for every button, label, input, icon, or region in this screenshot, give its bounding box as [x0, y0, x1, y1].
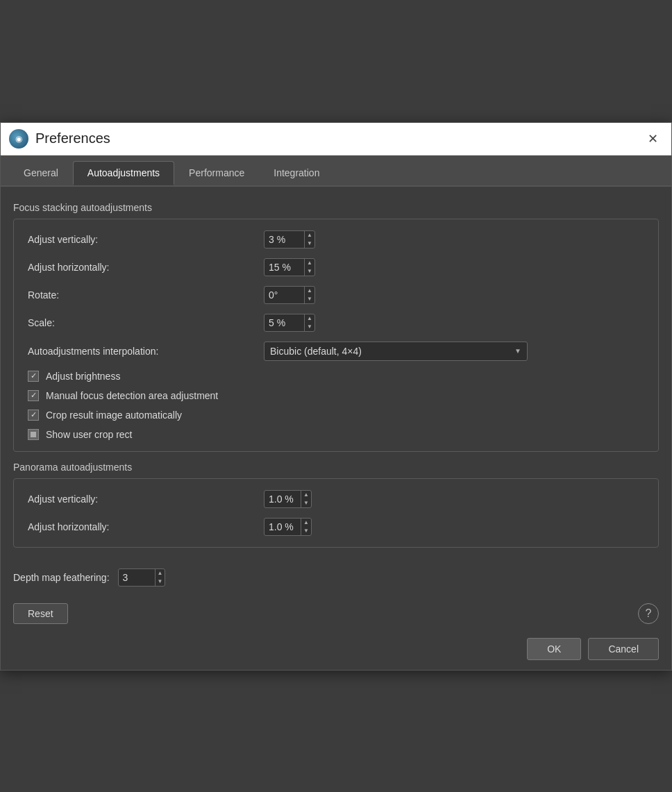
depth-map-arrows: ▲ ▼	[155, 569, 165, 586]
scale-spinbox[interactable]: ▲ ▼	[264, 314, 315, 332]
tab-integration[interactable]: Integration	[259, 161, 334, 185]
depth-map-up[interactable]: ▲	[156, 569, 165, 578]
ok-button[interactable]: OK	[527, 638, 581, 660]
panorama-vertically-arrows: ▲ ▼	[301, 491, 311, 507]
tab-performance[interactable]: Performance	[174, 161, 259, 185]
scale-row: Scale: ▲ ▼	[28, 314, 644, 332]
panorama-vertically-row: Adjust vertically: ▲ ▼	[28, 490, 644, 508]
rotate-up[interactable]: ▲	[305, 287, 314, 295]
adjust-horizontally-spinbox[interactable]: ▲ ▼	[264, 258, 315, 276]
checkbox-show-user-crop-label: Show user crop rect	[46, 429, 133, 440]
cancel-button[interactable]: Cancel	[588, 638, 659, 660]
depth-map-spinbox[interactable]: ▲ ▼	[118, 568, 166, 587]
focus-stacking-group: Adjust vertically: ▲ ▼ Adjust horizontal…	[13, 219, 659, 452]
adjust-vertically-up[interactable]: ▲	[305, 231, 314, 239]
interpolation-label: Autoadjustments interpolation:	[28, 346, 264, 357]
adjust-vertically-label: Adjust vertically:	[28, 234, 264, 245]
checkbox-manual-focus-box[interactable]	[28, 390, 39, 401]
panorama-horizontally-spinbox[interactable]: ▲ ▼	[264, 518, 312, 536]
adjust-horizontally-label: Adjust horizontally:	[28, 262, 264, 273]
rotate-arrows: ▲ ▼	[304, 287, 314, 303]
panorama-vertically-down[interactable]: ▼	[301, 499, 311, 507]
dialog-footer: OK Cancel	[1, 631, 671, 670]
checkbox-crop-result-box[interactable]	[28, 410, 39, 421]
app-icon: ◉	[9, 129, 28, 149]
adjust-horizontally-row: Adjust horizontally: ▲ ▼	[28, 258, 644, 276]
panorama-horizontally-arrows: ▲ ▼	[301, 519, 311, 535]
panorama-horizontally-up[interactable]: ▲	[301, 519, 311, 527]
adjust-horizontally-input[interactable]	[264, 262, 304, 273]
interpolation-row: Autoadjustments interpolation: Bicubic (…	[28, 342, 644, 361]
panorama-vertically-spinbox[interactable]: ▲ ▼	[264, 490, 312, 508]
preferences-dialog: ◉ Preferences ✕ General Autoadjustments …	[0, 122, 672, 671]
adjust-vertically-spinbox[interactable]: ▲ ▼	[264, 230, 315, 248]
interpolation-value: Bicubic (default, 4×4)	[270, 346, 510, 357]
depth-map-input[interactable]	[119, 572, 155, 583]
rotate-down[interactable]: ▼	[305, 295, 314, 303]
panorama-horizontally-row: Adjust horizontally: ▲ ▼	[28, 518, 644, 536]
adjust-vertically-down[interactable]: ▼	[305, 239, 314, 248]
scale-down[interactable]: ▼	[305, 323, 314, 331]
title-bar: ◉ Preferences ✕	[1, 123, 671, 155]
adjust-horizontally-down[interactable]: ▼	[305, 267, 314, 276]
panorama-vertically-input[interactable]	[264, 494, 301, 505]
adjust-vertically-arrows: ▲ ▼	[304, 231, 314, 248]
checkbox-adjust-brightness[interactable]: Adjust brightness	[28, 371, 644, 382]
panorama-vertically-up[interactable]: ▲	[301, 491, 311, 499]
panorama-horizontally-down[interactable]: ▼	[301, 527, 311, 535]
bottom-row: Reset ?	[1, 596, 671, 631]
reset-button[interactable]: Reset	[13, 603, 68, 624]
rotate-row: Rotate: ▲ ▼	[28, 286, 644, 304]
scale-up[interactable]: ▲	[305, 314, 314, 323]
panorama-horizontally-label: Adjust horizontally:	[28, 521, 264, 532]
checkbox-crop-result-label: Crop result image automatically	[46, 410, 182, 421]
help-icon[interactable]: ?	[638, 603, 659, 624]
checkbox-crop-result[interactable]: Crop result image automatically	[28, 410, 644, 421]
checkbox-show-user-crop-box[interactable]	[28, 429, 39, 440]
tab-autoadjustments[interactable]: Autoadjustments	[73, 161, 174, 185]
checkbox-manual-focus-label: Manual focus detection area adjustment	[46, 390, 218, 401]
adjust-horizontally-up[interactable]: ▲	[305, 259, 314, 267]
adjust-horizontally-arrows: ▲ ▼	[304, 259, 314, 276]
depth-map-down[interactable]: ▼	[156, 578, 165, 586]
checkbox-manual-focus[interactable]: Manual focus detection area adjustment	[28, 390, 644, 401]
panorama-horizontally-input[interactable]	[264, 521, 301, 532]
panorama-group: Adjust vertically: ▲ ▼ Adjust horizontal…	[13, 478, 659, 548]
panorama-label: Panorama autoadjustments	[13, 462, 659, 473]
tab-general[interactable]: General	[9, 161, 73, 185]
adjust-vertically-row: Adjust vertically: ▲ ▼	[28, 230, 644, 248]
scale-arrows: ▲ ▼	[304, 314, 314, 331]
scale-input[interactable]	[264, 317, 304, 328]
scale-label: Scale:	[28, 317, 264, 328]
rotate-spinbox[interactable]: ▲ ▼	[264, 286, 315, 304]
checkbox-show-user-crop[interactable]: Show user crop rect	[28, 429, 644, 440]
adjust-vertically-input[interactable]	[264, 234, 304, 245]
window-title: Preferences	[35, 130, 642, 146]
content-area: Focus stacking autoadjustments Adjust ve…	[1, 187, 671, 566]
tabs-bar: General Autoadjustments Performance Inte…	[1, 155, 671, 187]
dropdown-arrow-icon: ▼	[514, 347, 521, 355]
focus-stacking-label: Focus stacking autoadjustments	[13, 202, 659, 213]
close-button[interactable]: ✕	[642, 128, 663, 149]
panorama-vertically-label: Adjust vertically:	[28, 494, 264, 505]
rotate-label: Rotate:	[28, 289, 264, 301]
checkbox-adjust-brightness-box[interactable]	[28, 371, 39, 382]
rotate-input[interactable]	[264, 289, 304, 301]
interpolation-dropdown[interactable]: Bicubic (default, 4×4) ▼	[264, 342, 528, 361]
depth-map-label: Depth map feathering:	[13, 572, 110, 583]
depth-map-row: Depth map feathering: ▲ ▼	[1, 566, 671, 596]
checkbox-adjust-brightness-label: Adjust brightness	[46, 371, 120, 382]
